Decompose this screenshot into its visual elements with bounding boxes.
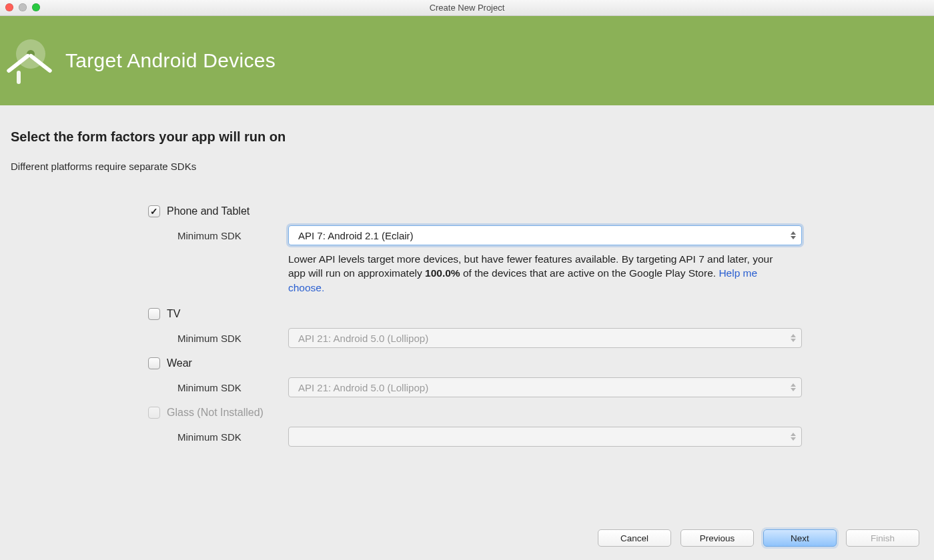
- phone-min-sdk-select[interactable]: API 7: Android 2.1 (Eclair): [288, 225, 802, 245]
- phone-checkbox-label: Phone and Tablet: [167, 205, 250, 217]
- phone-min-sdk-value: API 7: Android 2.1 (Eclair): [298, 230, 414, 241]
- select-stepper-icon: [789, 430, 798, 443]
- wizard-title: Target Android Devices: [65, 49, 276, 72]
- tv-min-sdk-value: API 21: Android 5.0 (Lollipop): [298, 333, 428, 344]
- window-titlebar: Create New Project: [0, 0, 934, 16]
- wizard-body: Select the form factors your app will ru…: [0, 105, 934, 447]
- form-factor-tv-section: TV Minimum SDK API 21: Android 5.0 (Loll…: [148, 308, 802, 348]
- tv-min-sdk-label: Minimum SDK: [177, 333, 288, 344]
- page-heading: Select the form factors your app will ru…: [11, 129, 923, 145]
- window-zoom-button[interactable]: [32, 3, 40, 11]
- tv-min-sdk-select[interactable]: API 21: Android 5.0 (Lollipop): [288, 328, 802, 348]
- glass-checkbox-label: Glass (Not Installed): [167, 407, 264, 419]
- wear-checkbox[interactable]: [148, 357, 160, 369]
- select-stepper-icon: [789, 229, 798, 242]
- phone-checkbox[interactable]: [148, 205, 160, 217]
- wear-min-sdk-label: Minimum SDK: [177, 382, 288, 393]
- form-factors-form: Phone and Tablet Minimum SDK API 7: Andr…: [148, 205, 802, 447]
- form-factor-glass-section: Glass (Not Installed) Minimum SDK: [148, 407, 802, 447]
- phone-min-sdk-label: Minimum SDK: [177, 230, 288, 241]
- wizard-footer: Cancel Previous Next Finish: [598, 529, 919, 547]
- previous-button[interactable]: Previous: [680, 529, 754, 547]
- wear-checkbox-label: Wear: [167, 357, 192, 369]
- window-traffic-lights: [5, 3, 40, 11]
- wear-min-sdk-value: API 21: Android 5.0 (Lollipop): [298, 382, 428, 393]
- window-close-button[interactable]: [5, 3, 13, 11]
- form-factor-phone-section: Phone and Tablet Minimum SDK API 7: Andr…: [148, 205, 802, 295]
- glass-checkbox: [148, 407, 160, 419]
- window-title: Create New Project: [430, 3, 505, 13]
- window-minimize-button[interactable]: [19, 3, 27, 11]
- glass-min-sdk-label: Minimum SDK: [177, 431, 288, 443]
- tv-checkbox-label: TV: [167, 308, 180, 320]
- phone-sdk-help-text: Lower API levels target more devices, bu…: [288, 252, 789, 295]
- wizard-header: Target Android Devices: [0, 16, 934, 105]
- cancel-button[interactable]: Cancel: [598, 529, 671, 547]
- next-button[interactable]: Next: [763, 529, 837, 547]
- finish-button: Finish: [846, 529, 919, 547]
- tv-checkbox[interactable]: [148, 308, 160, 320]
- select-stepper-icon: [789, 331, 798, 345]
- select-stepper-icon: [789, 381, 798, 394]
- glass-min-sdk-select: [288, 427, 802, 447]
- form-factor-wear-section: Wear Minimum SDK API 21: Android 5.0 (Lo…: [148, 357, 802, 397]
- android-studio-logo-icon: [12, 39, 55, 82]
- page-subheading: Different platforms require separate SDK…: [11, 161, 923, 172]
- wear-min-sdk-select[interactable]: API 21: Android 5.0 (Lollipop): [288, 377, 802, 397]
